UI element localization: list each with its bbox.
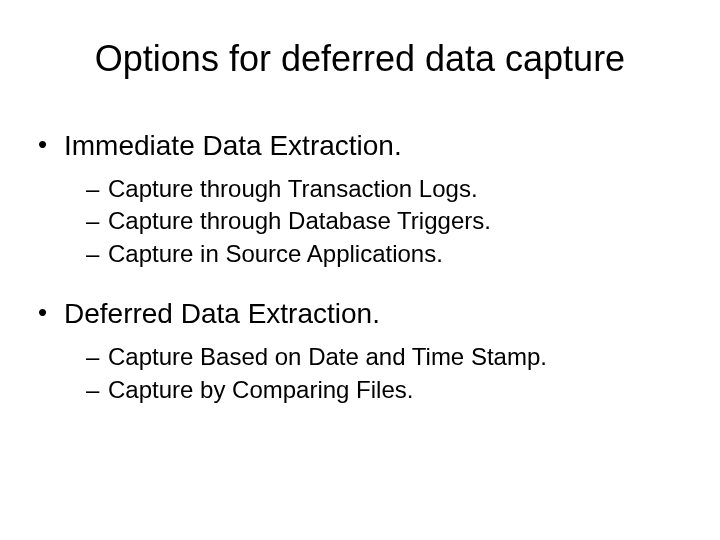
bullet-level2: Capture Based on Date and Time Stamp. (36, 341, 684, 373)
sub-bullet-group: Capture Based on Date and Time Stamp. Ca… (36, 341, 684, 406)
slide: Options for deferred data capture Immedi… (0, 0, 720, 540)
bullet-level1: Immediate Data Extraction. (36, 128, 684, 163)
bullet-level2: Capture through Database Triggers. (36, 205, 684, 237)
bullet-level1: Deferred Data Extraction. (36, 296, 684, 331)
bullet-level2: Capture through Transaction Logs. (36, 173, 684, 205)
bullet-level2: Capture in Source Applications. (36, 238, 684, 270)
slide-title: Options for deferred data capture (36, 38, 684, 80)
sub-bullet-group: Capture through Transaction Logs. Captur… (36, 173, 684, 270)
bullet-level2: Capture by Comparing Files. (36, 374, 684, 406)
